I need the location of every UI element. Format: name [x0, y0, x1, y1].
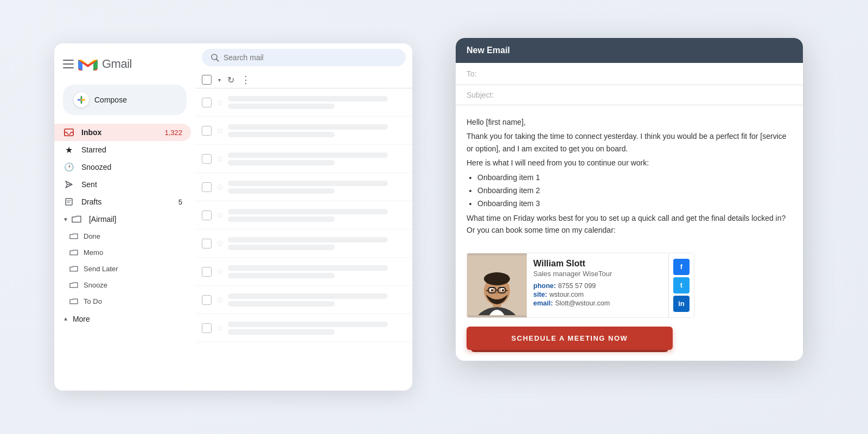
folder-icon	[71, 215, 82, 223]
row-checkbox[interactable]	[202, 126, 212, 136]
hamburger-icon[interactable]	[63, 59, 74, 69]
email-value: Slott@wstour.com	[555, 299, 610, 307]
compose-button[interactable]: Compose	[63, 85, 187, 115]
subfolder-done[interactable]: Done	[69, 228, 191, 244]
row-content	[228, 293, 406, 307]
dropdown-arrow-icon[interactable]: ▾	[218, 77, 221, 83]
email-row[interactable]: ☆	[195, 117, 412, 145]
sidebar-item-sent[interactable]: Sent	[54, 176, 191, 193]
subfolder-memo[interactable]: Memo	[69, 244, 191, 260]
compose-window: New Email To: Subject: Hello [first name…	[456, 38, 803, 361]
sidebar-item-starred[interactable]: ★ Starred	[54, 141, 191, 158]
subfolder-todo[interactable]: To Do	[69, 293, 191, 309]
schedule-meeting-button[interactable]: SCHEDULE A MEETING NOW	[467, 327, 673, 350]
collapse-icon: ▼	[63, 316, 68, 322]
row-checkbox[interactable]	[202, 323, 212, 333]
row-star-icon[interactable]: ☆	[216, 323, 224, 333]
sidebar-item-more[interactable]: ▼ More	[54, 310, 191, 328]
row-line-2	[228, 329, 335, 335]
signature-block: William Slott Sales manager WiseTour pho…	[467, 253, 694, 318]
row-line-1	[228, 293, 388, 299]
row-star-icon[interactable]: ☆	[216, 182, 224, 192]
svg-point-12	[491, 289, 493, 291]
svg-point-9	[484, 272, 510, 285]
row-star-icon[interactable]: ☆	[216, 238, 224, 248]
compose-header: New Email	[456, 38, 803, 63]
twitter-button[interactable]: t	[673, 277, 690, 293]
email-row[interactable]: ☆	[195, 286, 412, 314]
compose-subject-row[interactable]: Subject:	[456, 85, 803, 105]
inbox-icon	[63, 128, 75, 137]
logo-row: Gmail	[54, 52, 195, 80]
email-row[interactable]: ☆	[195, 229, 412, 258]
row-content	[228, 96, 406, 109]
sig-title: Sales manager WiseTour	[533, 270, 662, 278]
phone-value: 8755 57 099	[558, 282, 596, 290]
row-line-2	[228, 132, 335, 137]
more-options-icon[interactable]: ⋮	[241, 74, 251, 86]
row-checkbox[interactable]	[202, 210, 212, 220]
sent-label: Sent	[81, 180, 182, 189]
sidebar-item-drafts[interactable]: Drafts 5	[54, 193, 191, 210]
row-checkbox[interactable]	[202, 267, 212, 277]
social-links: f t in	[668, 253, 694, 317]
drafts-label: Drafts	[81, 197, 178, 206]
subfolder-snooze[interactable]: Snooze	[69, 277, 191, 293]
row-star-icon[interactable]: ☆	[216, 154, 224, 164]
row-line-2	[228, 301, 335, 307]
row-star-icon[interactable]: ☆	[216, 266, 224, 277]
row-checkbox[interactable]	[202, 154, 212, 164]
row-line-1	[228, 237, 388, 242]
row-line-2	[228, 216, 335, 222]
search-bar[interactable]	[202, 49, 406, 66]
row-line-2	[228, 273, 335, 278]
row-line-1	[228, 96, 388, 101]
onboarding-list: Onboarding item 1 Onboarding item 2 Onbo…	[477, 171, 792, 210]
sidebar-item-inbox[interactable]: Inbox 1,322	[54, 124, 191, 141]
row-star-icon[interactable]: ☆	[216, 125, 224, 136]
row-star-icon[interactable]: ☆	[216, 97, 224, 107]
row-line-2	[228, 245, 335, 250]
email-row[interactable]: ☆	[195, 201, 412, 229]
cta-wrap: SCHEDULE A MEETING NOW	[467, 327, 673, 350]
gmail-window: Gmail Compose	[54, 43, 412, 391]
subfolder-todo-icon	[69, 298, 78, 305]
to-label: To:	[467, 69, 477, 78]
subfolder-sendlater[interactable]: Send Later	[69, 260, 191, 277]
bullet-1: Onboarding item 1	[477, 171, 792, 183]
body-para1: Thank you for taking the time to connect…	[467, 130, 792, 155]
sidebar-item-airmail[interactable]: ▼ [Airmail]	[54, 210, 191, 228]
email-row[interactable]: ☆	[195, 314, 412, 342]
signature-info: William Slott Sales manager WiseTour pho…	[527, 253, 668, 317]
search-input[interactable]	[224, 53, 397, 62]
sig-email: email: Slott@wstour.com	[533, 299, 662, 307]
inbox-badge: 1,322	[164, 129, 182, 137]
compose-to-row[interactable]: To:	[456, 63, 803, 85]
email-row[interactable]: ☆	[195, 173, 412, 201]
row-star-icon[interactable]: ☆	[216, 210, 224, 220]
row-line-2	[228, 188, 335, 194]
gmail-m-logo-icon	[78, 56, 98, 72]
airmail-label: [Airmail]	[89, 215, 182, 224]
email-row[interactable]: ☆	[195, 145, 412, 173]
row-checkbox[interactable]	[202, 295, 212, 305]
signature-avatar	[467, 253, 527, 317]
search-icon	[210, 53, 219, 62]
row-checkbox[interactable]	[202, 239, 212, 248]
refresh-icon[interactable]: ↻	[227, 75, 234, 85]
clock-icon: 🕐	[63, 162, 75, 172]
row-content	[228, 209, 406, 222]
row-checkbox[interactable]	[202, 182, 212, 192]
bullet-2: Onboarding item 2	[477, 184, 792, 196]
facebook-button[interactable]: f	[673, 259, 690, 275]
sidebar-item-snoozed[interactable]: 🕐 Snoozed	[54, 158, 191, 176]
linkedin-button[interactable]: in	[673, 296, 690, 312]
row-star-icon[interactable]: ☆	[216, 295, 224, 305]
search-area	[195, 43, 412, 72]
select-all-checkbox[interactable]	[202, 75, 212, 85]
row-line-1	[228, 265, 388, 271]
email-row[interactable]: ☆	[195, 258, 412, 286]
row-checkbox[interactable]	[202, 98, 212, 107]
email-row[interactable]: ☆	[195, 88, 412, 117]
main-scene: Gmail Compose	[0, 0, 868, 434]
